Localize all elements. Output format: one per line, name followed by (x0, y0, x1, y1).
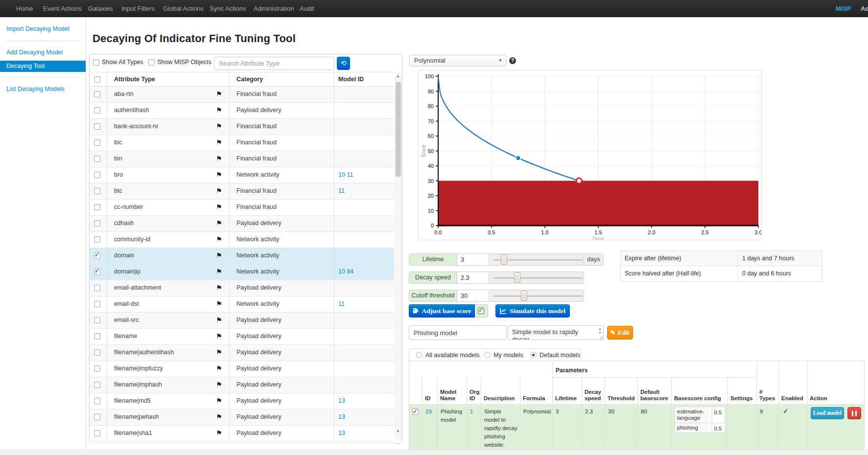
table-row[interactable]: filename|authentihash⚑Payload delivery (90, 345, 394, 361)
model-name-input[interactable] (409, 325, 507, 340)
row-checkbox[interactable] (94, 414, 100, 420)
row-checkbox[interactable] (94, 139, 100, 146)
cutoff-threshold-input[interactable] (457, 290, 489, 301)
table-row[interactable]: filename|imphash⚑Payload delivery (90, 377, 394, 393)
table-row[interactable]: btc⚑Financial fraud11 (90, 183, 394, 200)
all-models-label[interactable]: All available models (425, 352, 479, 359)
table-row[interactable]: community-id⚑Network activity (90, 232, 394, 248)
table-row[interactable]: domain⚑Network activity (90, 248, 394, 264)
nav-item-input-filters[interactable]: Input Filters (121, 0, 155, 17)
show-misp-objects-label[interactable]: Show MISP Objects (157, 59, 211, 66)
model-description-textarea[interactable]: Simple model to rapidly decay (508, 326, 596, 340)
user-menu[interactable]: Adm (861, 0, 868, 17)
refresh-button[interactable]: ⟲ (337, 57, 350, 70)
default-models-label[interactable]: Default models (540, 352, 580, 359)
search-attribute-input[interactable] (214, 57, 334, 70)
lifetime-slider-handle[interactable] (501, 254, 507, 265)
table-row[interactable]: email-src⚑Payload delivery (90, 313, 394, 329)
row-checkbox[interactable] (94, 91, 100, 97)
model-id-link[interactable]: 29 (422, 404, 438, 454)
decay-speed-slider[interactable] (493, 277, 583, 279)
scroll-down-icon[interactable]: ▼ (396, 429, 400, 433)
row-checkbox[interactable] (94, 252, 100, 259)
table-row[interactable]: bank-account-nr⚑Financial fraud (90, 119, 394, 135)
sidebar-item-list-decaying-models[interactable]: List Decaying Models (6, 86, 65, 92)
row-checkbox[interactable] (94, 156, 100, 162)
row-checkbox[interactable] (94, 236, 100, 243)
decay-speed-slider-handle[interactable] (514, 273, 520, 283)
row-checkbox[interactable] (94, 107, 100, 114)
table-row[interactable]: filename|pehash⚑Payload delivery13 (90, 410, 394, 426)
model-row-checkbox[interactable] (412, 409, 419, 415)
pause-model-button[interactable] (847, 407, 861, 419)
resize-handle[interactable] (598, 335, 603, 339)
textarea-scroll-up-icon[interactable]: ▲ (598, 327, 602, 330)
row-checkbox[interactable] (94, 188, 100, 194)
misp-brand-link[interactable]: MISP (836, 0, 851, 17)
sidebar-item-decaying-tool[interactable]: Decaying Tool (0, 61, 86, 72)
row-checkbox[interactable] (94, 204, 100, 210)
nav-item-event-actions[interactable]: Event Actions (43, 0, 82, 17)
row-checkbox[interactable] (94, 430, 100, 436)
model-id-link[interactable]: 11 (338, 187, 345, 194)
row-checkbox[interactable] (94, 365, 100, 372)
scrollbar-thumb[interactable] (396, 82, 401, 177)
threshold-point-handle[interactable] (576, 178, 582, 183)
table-row[interactable]: email-dst⚑Network activity11 (90, 296, 394, 313)
show-all-types-checkbox[interactable] (93, 59, 99, 66)
table-row[interactable]: aba-rtn⚑Financial fraud (90, 87, 394, 103)
table-row[interactable]: email-attachment⚑Payload delivery (90, 280, 394, 296)
row-checkbox[interactable] (94, 172, 100, 178)
show-misp-objects-checkbox[interactable] (148, 59, 155, 66)
all-models-radio[interactable] (416, 352, 422, 358)
simulate-model-button[interactable]: Simulate this model (495, 304, 570, 318)
table-row[interactable]: cdhash⚑Payload delivery (90, 216, 394, 232)
table-row[interactable]: authentihash⚑Payload delivery (90, 103, 394, 119)
table-row[interactable]: cc-number⚑Financial fraud (90, 200, 394, 216)
row-checkbox[interactable] (94, 301, 100, 307)
nav-item-global-actions[interactable]: Global Actions (163, 0, 204, 17)
row-checkbox[interactable] (94, 220, 100, 227)
row-checkbox[interactable] (94, 269, 100, 275)
decay-speed-input[interactable] (457, 272, 489, 283)
edit-model-button[interactable]: ✎ Edit (607, 326, 633, 340)
select-all-checkbox[interactable] (94, 76, 100, 83)
scroll-up-icon[interactable]: ▲ (396, 74, 400, 78)
model-id-link[interactable]: 10 11 (338, 171, 353, 178)
row-checkbox[interactable] (94, 317, 100, 323)
table-row[interactable]: bic⚑Financial fraud (90, 135, 394, 151)
table-row[interactable]: bin⚑Financial fraud (90, 151, 394, 167)
adjust-base-score-button[interactable]: Adjust base score (409, 304, 475, 318)
help-icon[interactable]: ? (509, 57, 516, 64)
table-row[interactable]: bro⚑Network activity10 11 (90, 167, 394, 183)
my-models-radio[interactable] (484, 352, 491, 358)
nav-item-home[interactable]: Home (16, 0, 33, 17)
row-checkbox[interactable] (94, 382, 100, 388)
table-row[interactable]: filename⚑Payload delivery (90, 329, 394, 345)
nav-item-audit[interactable]: Audit (300, 0, 314, 17)
row-checkbox[interactable] (94, 123, 100, 130)
sidebar-item-import-decaying-model[interactable]: Import Decaying Model (6, 25, 70, 32)
table-row[interactable]: filename|sha1⚑Payload delivery13 (90, 426, 394, 442)
my-models-label[interactable]: My models (493, 352, 523, 359)
nav-item-sync-actions[interactable]: Sync Actions (210, 0, 246, 17)
model-id-link[interactable]: 11 (338, 300, 345, 307)
nav-item-administration[interactable]: Administration (254, 0, 294, 17)
cutoff-threshold-slider-handle[interactable] (521, 291, 527, 301)
sidebar-item-add-decaying-model[interactable]: Add Decaying Model (6, 49, 63, 56)
model-id-link[interactable]: 13 (338, 397, 345, 404)
nav-item-galaxies[interactable]: Galaxies (88, 0, 113, 17)
curve-point-handle[interactable] (516, 156, 521, 160)
model-id-link[interactable]: 13 (338, 413, 345, 420)
load-model-button[interactable]: Load model (811, 407, 844, 419)
default-models-radio[interactable] (530, 352, 537, 358)
formula-select[interactable]: Polynomial ▼ (409, 55, 506, 67)
cutoff-threshold-slider[interactable] (493, 296, 583, 297)
row-checkbox[interactable] (94, 349, 100, 356)
table-row[interactable]: filename|md5⚑Payload delivery13 (90, 393, 394, 410)
model-id-link[interactable]: 13 (338, 430, 345, 436)
table-row[interactable]: domain|ip⚑Network activity10 84 (90, 264, 394, 280)
row-checkbox[interactable] (94, 398, 100, 404)
lifetime-input[interactable] (457, 254, 489, 265)
model-id-link[interactable]: 10 84 (338, 268, 353, 275)
